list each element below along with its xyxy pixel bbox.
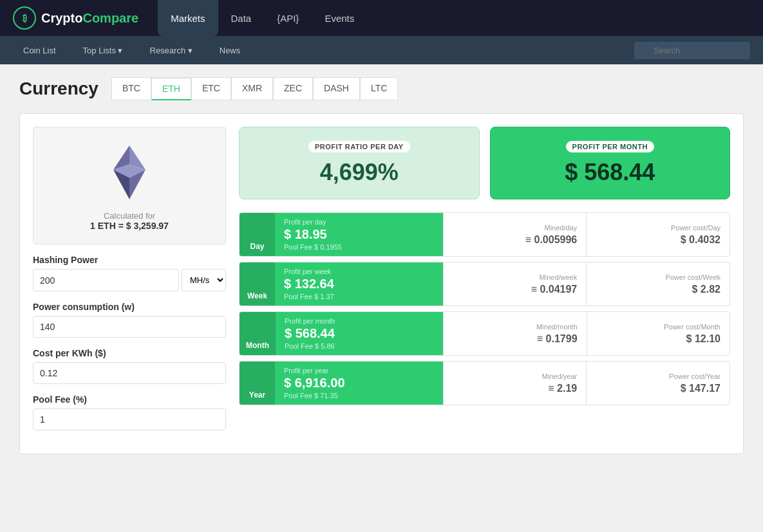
tab-xmr[interactable]: XMR <box>231 77 273 100</box>
profit-ratio-value: 4,699% <box>252 159 466 186</box>
profit-main-week: Profit per week $ 132.64 Pool Fee $ 1.37 <box>275 262 443 306</box>
profit-row-week: Week Profit per week $ 132.64 Pool Fee $… <box>239 262 730 306</box>
profit-rows: Day Profit per day $ 18.95 Pool Fee $ 0.… <box>239 212 730 405</box>
power-week-value: $ 2.82 <box>596 284 721 295</box>
currency-header: Currency BTC ETH ETC XMR ZEC DASH LTC <box>19 77 744 100</box>
profit-week-pool-fee: Pool Fee $ 1.37 <box>284 293 434 300</box>
eth-logo-box: Calculated for 1 ETH = $ 3,259.97 <box>33 127 226 244</box>
profit-month-pool-fee: Pool Fee $ 5.86 <box>285 342 434 350</box>
right-panel: PROFIT RATIO PER DAY 4,699% PROFIT PER M… <box>239 127 730 441</box>
profit-day-amount: $ 18.95 <box>284 227 434 242</box>
secondary-navigation: Coin List Top Lists ▾ Research ▾ News 🔍 <box>0 36 763 64</box>
logo-icon: ₿ <box>13 6 36 30</box>
mined-month-label: Mined/month <box>453 323 577 331</box>
mined-year: Mined/year ≡ 2.19 <box>443 362 587 405</box>
power-month-value: $ 12.10 <box>596 333 721 345</box>
eth-price-value: 1 ETH = $ 3,259.97 <box>90 221 169 231</box>
eth-calculated-label: Calculated for 1 ETH = $ 3,259.97 <box>90 211 169 231</box>
period-month: Month <box>240 312 276 355</box>
top-navigation: ₿ CryptoCompare Markets Data {API} Event… <box>0 0 763 36</box>
profit-month-label: PROFIT PER MONTH <box>566 141 654 152</box>
power-consumption-label: Power consumption (w) <box>33 302 226 312</box>
tab-dash[interactable]: DASH <box>313 77 360 100</box>
power-consumption-group: Power consumption (w) <box>33 302 226 338</box>
cost-kwh-label: Cost per KWh ($) <box>33 348 226 358</box>
mined-day-label: Mined/day <box>453 224 578 232</box>
search-wrapper: 🔍 <box>634 42 750 59</box>
mined-day-value: ≡ 0.005996 <box>453 234 578 246</box>
mined-week: Mined/week ≡ 0.04197 <box>443 262 587 306</box>
tab-zec[interactable]: ZEC <box>273 77 313 100</box>
hashing-power-label: Hashing Power <box>33 255 226 265</box>
main-content: Currency BTC ETH ETC XMR ZEC DASH LTC <box>0 64 763 467</box>
profit-year-amount: $ 6,916.00 <box>284 376 434 390</box>
main-nav-items: Markets Data {API} Events <box>158 0 750 36</box>
nav-news[interactable]: News <box>209 36 251 64</box>
currency-title: Currency <box>19 78 99 99</box>
mined-week-label: Mined/week <box>453 273 578 281</box>
mined-week-value: ≡ 0.04197 <box>453 284 578 295</box>
power-week: Power cost/Week $ 2.82 <box>586 262 730 306</box>
profit-main-year: Profit per year $ 6,916.00 Pool Fee $ 71… <box>275 362 443 405</box>
power-month: Power cost/Month $ 12.10 <box>587 312 730 355</box>
cost-kwh-input[interactable] <box>33 362 226 384</box>
profit-month-row-amount: $ 568.44 <box>285 326 434 341</box>
profit-day-label: Profit per day <box>284 218 434 226</box>
profit-main-month: Profit per month $ 568.44 Pool Fee $ 5.8… <box>276 312 443 355</box>
left-panel: Calculated for 1 ETH = $ 3,259.97 Hashin… <box>33 127 226 441</box>
profit-day-pool-fee: Pool Fee $ 0.1955 <box>284 243 434 251</box>
hashing-power-input[interactable] <box>33 269 179 291</box>
logo[interactable]: ₿ CryptoCompare <box>13 6 138 30</box>
power-year-label: Power cost/Year <box>596 372 721 380</box>
nav-events[interactable]: Events <box>312 0 367 36</box>
hashing-power-unit-select[interactable]: MH/s GH/s TH/s <box>182 269 226 291</box>
profit-ratio-box: PROFIT RATIO PER DAY 4,699% <box>239 127 480 199</box>
profit-main-day: Profit per day $ 18.95 Pool Fee $ 0.1955 <box>275 213 443 256</box>
profit-month-box: PROFIT PER MONTH $ 568.44 <box>490 127 731 199</box>
tab-ltc[interactable]: LTC <box>360 77 398 100</box>
main-card: Calculated for 1 ETH = $ 3,259.97 Hashin… <box>19 113 744 454</box>
profit-year-pool-fee: Pool Fee $ 71.35 <box>284 392 434 399</box>
pool-fee-group: Pool Fee (%) <box>33 394 226 430</box>
nav-top-lists[interactable]: Top Lists ▾ <box>73 36 133 64</box>
power-consumption-input[interactable] <box>33 316 226 338</box>
currency-tabs: BTC ETH ETC XMR ZEC DASH LTC <box>111 77 398 100</box>
mined-year-label: Mined/year <box>453 372 578 380</box>
hashing-power-input-group: MH/s GH/s TH/s <box>33 269 226 291</box>
logo-crypto-text: Crypto <box>41 11 82 26</box>
tab-etc[interactable]: ETC <box>191 77 231 100</box>
tab-eth[interactable]: ETH <box>151 77 191 100</box>
pool-fee-input[interactable] <box>33 408 226 430</box>
power-year-value: $ 147.17 <box>596 383 721 394</box>
power-day-value: $ 0.4032 <box>596 234 721 246</box>
profit-ratio-label: PROFIT RATIO PER DAY <box>308 141 410 152</box>
profit-week-label: Profit per week <box>284 268 434 275</box>
search-input[interactable] <box>634 42 750 59</box>
profit-week-amount: $ 132.64 <box>284 277 434 291</box>
period-week: Week <box>240 262 275 306</box>
profit-row-year: Year Profit per year $ 6,916.00 Pool Fee… <box>239 361 730 405</box>
nav-api[interactable]: {API} <box>264 0 312 36</box>
hashing-power-group: Hashing Power MH/s GH/s TH/s <box>33 255 226 291</box>
mined-day: Mined/day ≡ 0.005996 <box>443 213 587 256</box>
nav-coin-list[interactable]: Coin List <box>13 36 66 64</box>
tab-btc[interactable]: BTC <box>111 77 151 100</box>
summary-boxes: PROFIT RATIO PER DAY 4,699% PROFIT PER M… <box>239 127 730 199</box>
power-day-label: Power cost/Day <box>596 224 721 232</box>
nav-data[interactable]: Data <box>218 0 265 36</box>
svg-text:₿: ₿ <box>23 13 27 23</box>
power-day: Power cost/Day $ 0.4032 <box>586 213 730 256</box>
profit-year-label: Profit per year <box>284 367 434 374</box>
pool-fee-label: Pool Fee (%) <box>33 394 226 405</box>
power-month-label: Power cost/Month <box>596 323 721 331</box>
cost-kwh-group: Cost per KWh ($) <box>33 348 226 384</box>
mined-month-value: ≡ 0.1799 <box>453 333 577 345</box>
period-year: Year <box>240 362 275 405</box>
nav-research[interactable]: Research ▾ <box>140 36 203 64</box>
logo-compare-text: Compare <box>82 11 138 26</box>
nav-markets[interactable]: Markets <box>158 0 218 36</box>
profit-month-row-label: Profit per month <box>285 317 434 325</box>
period-day: Day <box>240 213 275 256</box>
power-year: Power cost/Year $ 147.17 <box>586 362 730 405</box>
profit-month-value: $ 568.44 <box>504 159 717 186</box>
